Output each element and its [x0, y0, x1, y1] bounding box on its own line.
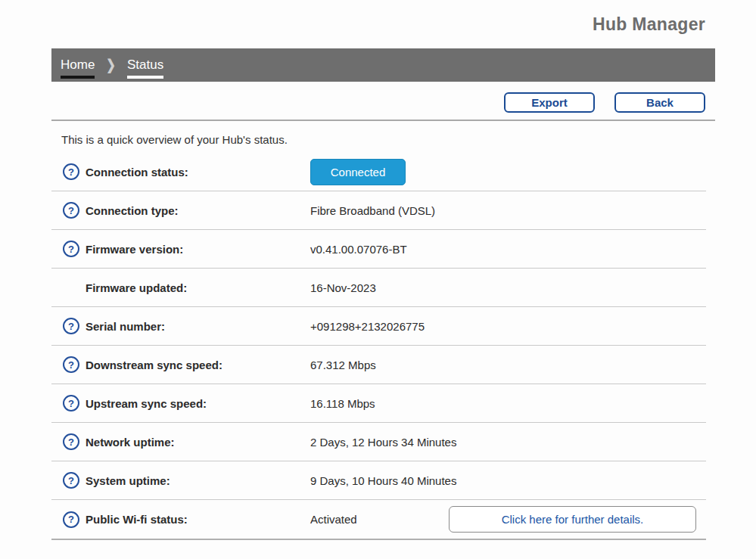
table-row-network-uptime: ? Network uptime: 2 Days, 12 Hours 34 Mi… [51, 423, 706, 461]
back-button[interactable]: Back [614, 92, 705, 113]
help-icon[interactable]: ? [63, 163, 79, 180]
row-value: 67.312 Mbps [310, 359, 706, 371]
toolbar: Export Back [0, 92, 756, 113]
help-icon[interactable]: ? [63, 356, 79, 373]
row-label: Connection type: [86, 204, 310, 217]
row-label: Firmware updated: [86, 281, 310, 294]
row-label: Public Wi-fi status: [86, 513, 310, 526]
row-value: +091298+2132026775 [310, 320, 706, 333]
help-icon[interactable]: ? [63, 202, 79, 219]
row-value: 16.118 Mbps [310, 397, 706, 410]
help-icon[interactable]: ? [63, 511, 79, 528]
table-row-serial-number: ? Serial number: +091298+2132026775 [51, 307, 706, 346]
breadcrumb-home[interactable]: Home [61, 48, 95, 82]
row-label: Downstream sync speed: [86, 359, 310, 371]
row-label: Connection status: [86, 166, 310, 179]
row-value: 9 Days, 10 Hours 40 Minutes [310, 474, 706, 487]
status-table: ? Connection status: Connected ? Connect… [51, 153, 706, 540]
row-value: 2 Days, 12 Hours 34 Minutes [310, 436, 706, 449]
top-header: Hub Manager [0, 0, 756, 48]
table-row-firmware-version: ? Firmware version: v0.41.00.07076-BT [51, 230, 706, 269]
page-intro: This is a quick overview of your Hub's s… [61, 133, 756, 146]
table-row-connection-status: ? Connection status: Connected [51, 153, 706, 191]
table-row-public-wifi-status: ? Public Wi-fi status: Activated Click h… [51, 500, 706, 539]
help-icon[interactable]: ? [63, 241, 79, 257]
help-icon[interactable]: ? [63, 472, 79, 489]
table-row-system-uptime: ? System uptime: 9 Days, 10 Hours 40 Min… [51, 461, 706, 500]
divider [51, 120, 715, 121]
row-value: Activated [310, 513, 357, 526]
app-title: Hub Manager [593, 14, 705, 35]
table-row-firmware-updated: Firmware updated: 16-Nov-2023 [51, 269, 706, 307]
row-value: Fibre Broadband (VDSL) [310, 204, 706, 217]
connection-status-badge: Connected [310, 159, 406, 185]
table-row-downstream-sync-speed: ? Downstream sync speed: 67.312 Mbps [51, 346, 706, 384]
breadcrumb-status-label: Status [127, 57, 163, 73]
help-icon[interactable]: ? [63, 433, 79, 450]
help-icon[interactable]: ? [63, 318, 79, 334]
breadcrumb: Home ❯ Status [51, 48, 715, 82]
table-row-connection-type: ? Connection type: Fibre Broadband (VDSL… [51, 191, 706, 230]
table-row-upstream-sync-speed: ? Upstream sync speed: 16.118 Mbps [51, 384, 706, 423]
row-value: 16-Nov-2023 [310, 281, 706, 294]
row-label: Serial number: [86, 320, 310, 333]
row-label: Firmware version: [86, 243, 310, 256]
export-button[interactable]: Export [504, 92, 595, 113]
breadcrumb-status-underline [127, 76, 163, 79]
chevron-right-icon: ❯ [106, 57, 116, 74]
breadcrumb-home-underline [61, 76, 95, 79]
breadcrumb-status[interactable]: Status [127, 48, 163, 82]
row-label: Network uptime: [86, 436, 310, 449]
row-value: v0.41.00.07076-BT [310, 243, 706, 256]
row-label: System uptime: [86, 474, 310, 487]
further-details-button[interactable]: Click here for further details. [449, 506, 696, 533]
row-label: Upstream sync speed: [86, 397, 310, 410]
breadcrumb-home-label: Home [61, 57, 95, 73]
help-icon[interactable]: ? [63, 395, 79, 411]
